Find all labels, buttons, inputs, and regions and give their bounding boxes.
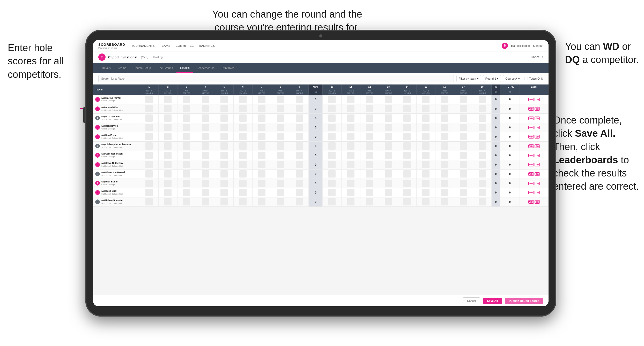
hole-10-input[interactable]	[323, 169, 342, 179]
hole-10-input[interactable]	[323, 151, 342, 160]
hole-7-input[interactable]	[252, 104, 271, 113]
hole-13-input[interactable]	[379, 132, 398, 141]
hole-8-input[interactable]	[271, 188, 290, 197]
hole-13-input[interactable]	[379, 188, 398, 197]
hole-9-input[interactable]	[290, 169, 309, 179]
hole-16-input[interactable]	[435, 160, 454, 169]
dq-button[interactable]: DQ	[535, 135, 540, 139]
hole-4-input[interactable]	[196, 104, 215, 113]
hole-16-input[interactable]	[435, 132, 454, 141]
hole-10-input[interactable]	[323, 141, 342, 151]
hole-6-input[interactable]	[234, 141, 253, 151]
hole-18-input[interactable]	[473, 188, 492, 197]
tab-tee-groups[interactable]: Tee Groups	[154, 63, 176, 73]
wd-button[interactable]: WD	[528, 135, 534, 139]
hole-11-input[interactable]	[342, 160, 360, 169]
totals-only-checkbox[interactable]	[524, 77, 528, 80]
wd-button[interactable]: WD	[528, 126, 534, 129]
tab-printables[interactable]: Printables	[218, 63, 238, 73]
hole-18-input[interactable]	[473, 104, 492, 113]
hole-10-input[interactable]	[323, 123, 342, 132]
tab-details[interactable]: Details	[98, 63, 114, 73]
wd-button[interactable]: WD	[528, 172, 534, 176]
hole-18-input[interactable]	[473, 160, 492, 169]
sign-out-link[interactable]: Sign out	[533, 44, 543, 47]
hole-13-input[interactable]	[379, 169, 398, 179]
hole-1-input[interactable]	[140, 188, 159, 197]
hole-9-input[interactable]	[290, 188, 309, 197]
hole-6-input[interactable]	[234, 151, 253, 160]
hole-1-input[interactable]	[140, 197, 159, 206]
hole-18-input[interactable]	[473, 151, 492, 160]
hole-12-input[interactable]	[360, 179, 379, 188]
hole-5-input[interactable]	[215, 151, 234, 160]
hole-14-input[interactable]	[398, 132, 417, 141]
hole-8-input[interactable]	[271, 141, 290, 151]
dq-button[interactable]: DQ	[535, 107, 540, 111]
hole-2-input[interactable]	[159, 132, 177, 141]
hole-7-input[interactable]	[252, 113, 271, 123]
dq-button[interactable]: DQ	[535, 154, 540, 157]
hole-10-input[interactable]	[323, 197, 342, 206]
round-select[interactable]: Round 1 ▾	[483, 75, 501, 82]
hole-6-input[interactable]	[234, 95, 253, 104]
hole-17-input[interactable]	[454, 151, 473, 160]
hole-14-input[interactable]	[398, 151, 417, 160]
hole-3-input[interactable]	[177, 197, 196, 206]
hole-11-input[interactable]	[342, 151, 360, 160]
hole-15-input[interactable]	[417, 197, 435, 206]
hole-6-input[interactable]	[234, 197, 253, 206]
hole-6-input[interactable]	[234, 123, 253, 132]
hole-13-input[interactable]	[379, 95, 398, 104]
hole-13-input[interactable]	[379, 104, 398, 113]
wd-button[interactable]: WD	[528, 191, 534, 194]
hole-7-input[interactable]	[252, 197, 271, 206]
wd-button[interactable]: WD	[528, 163, 534, 166]
cancel-tournament-btn[interactable]: Cancel X	[531, 55, 543, 59]
hole-16-input[interactable]	[435, 141, 454, 151]
hole-15-input[interactable]	[417, 104, 435, 113]
hole-7-input[interactable]	[252, 132, 271, 141]
hole-11-input[interactable]	[342, 188, 360, 197]
hole-17-input[interactable]	[454, 179, 473, 188]
hole-1-input[interactable]	[140, 141, 159, 151]
hole-12-input[interactable]	[360, 123, 379, 132]
hole-9-input[interactable]	[290, 113, 309, 123]
hole-3-input[interactable]	[177, 179, 196, 188]
hole-6-input[interactable]	[234, 188, 253, 197]
hole-8-input[interactable]	[271, 123, 290, 132]
hole-10-input[interactable]	[323, 160, 342, 169]
dq-button[interactable]: DQ	[535, 182, 540, 185]
hole-6-input[interactable]	[234, 113, 253, 123]
hole-13-input[interactable]	[379, 141, 398, 151]
dq-button[interactable]: DQ	[535, 98, 540, 101]
hole-4-input[interactable]	[196, 188, 215, 197]
hole-1-input[interactable]	[140, 95, 159, 104]
hole-12-input[interactable]	[360, 197, 379, 206]
hole-16-input[interactable]	[435, 95, 454, 104]
hole-13-input[interactable]	[379, 113, 398, 123]
hole-1-input[interactable]	[140, 113, 159, 123]
hole-18-input[interactable]	[473, 169, 492, 179]
hole-18-input[interactable]	[473, 197, 492, 206]
hole-15-input[interactable]	[417, 169, 435, 179]
hole-11-input[interactable]	[342, 113, 360, 123]
hole-13-input[interactable]	[379, 151, 398, 160]
hole-16-input[interactable]	[435, 169, 454, 179]
hole-5-input[interactable]	[215, 169, 234, 179]
hole-17-input[interactable]	[454, 169, 473, 179]
nav-rankings[interactable]: RANKINGS	[199, 44, 215, 47]
wd-button[interactable]: WD	[528, 144, 534, 148]
hole-8-input[interactable]	[271, 169, 290, 179]
hole-5-input[interactable]	[215, 141, 234, 151]
hole-11-input[interactable]	[342, 141, 360, 151]
hole-8-input[interactable]	[271, 132, 290, 141]
tab-teams[interactable]: Teams	[114, 63, 130, 73]
hole-17-input[interactable]	[454, 132, 473, 141]
wd-button[interactable]: WD	[528, 117, 534, 120]
dq-button[interactable]: DQ	[535, 117, 540, 120]
hole-7-input[interactable]	[252, 151, 271, 160]
hole-3-input[interactable]	[177, 141, 196, 151]
hole-11-input[interactable]	[342, 95, 360, 104]
hole-15-input[interactable]	[417, 160, 435, 169]
